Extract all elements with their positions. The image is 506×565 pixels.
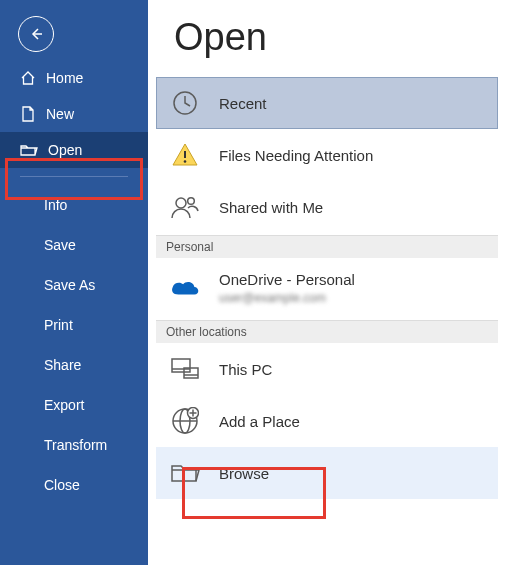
location-this-pc-label: This PC [219, 361, 272, 378]
nav-info[interactable]: Info [0, 185, 148, 225]
svg-rect-6 [172, 359, 190, 372]
location-this-pc[interactable]: This PC [156, 343, 498, 395]
new-doc-icon [20, 106, 36, 122]
nav-transform-label: Transform [44, 437, 107, 453]
location-shared-with-me-label: Shared with Me [219, 199, 323, 216]
nav-save[interactable]: Save [0, 225, 148, 265]
onedrive-icon [169, 272, 201, 304]
nav-print-label: Print [44, 317, 73, 333]
svg-point-3 [184, 160, 187, 163]
location-onedrive-label: OneDrive - Personal [219, 271, 355, 289]
location-browse-label: Browse [219, 465, 269, 482]
location-browse[interactable]: Browse [156, 447, 498, 499]
add-place-icon [169, 405, 201, 437]
people-icon [169, 191, 201, 223]
warning-icon [169, 139, 201, 171]
location-onedrive-personal[interactable]: OneDrive - Personal user@example.com [156, 258, 498, 318]
nav-transform[interactable]: Transform [0, 425, 148, 465]
nav-share-label: Share [44, 357, 81, 373]
nav-save-as[interactable]: Save As [0, 265, 148, 305]
location-shared-with-me[interactable]: Shared with Me [156, 181, 498, 233]
nav-close[interactable]: Close [0, 465, 148, 505]
section-other-locations: Other locations [156, 320, 498, 343]
nav-open-label: Open [48, 142, 82, 158]
nav-export[interactable]: Export [0, 385, 148, 425]
clock-icon [169, 87, 201, 119]
home-icon [20, 70, 36, 86]
nav-open[interactable]: Open [0, 132, 148, 168]
nav-divider [20, 176, 128, 177]
pc-icon [169, 353, 201, 385]
nav-export-label: Export [44, 397, 84, 413]
nav-new[interactable]: New [0, 96, 148, 132]
nav-info-label: Info [44, 197, 67, 213]
location-recent-label: Recent [219, 95, 267, 112]
nav-close-label: Close [44, 477, 80, 493]
backstage-view: Home New Open Info Save Save As Print Sh… [0, 0, 506, 565]
nav-print[interactable]: Print [0, 305, 148, 345]
nav-share[interactable]: Share [0, 345, 148, 385]
sidebar: Home New Open Info Save Save As Print Sh… [0, 0, 148, 565]
nav-save-label: Save [44, 237, 76, 253]
location-add-a-place[interactable]: Add a Place [156, 395, 498, 447]
nav-home-label: Home [46, 70, 83, 86]
location-onedrive-sub: user@example.com [219, 291, 355, 305]
nav-save-as-label: Save As [44, 277, 95, 293]
location-add-a-place-label: Add a Place [219, 413, 300, 430]
location-recent[interactable]: Recent [156, 77, 498, 129]
location-files-needing-attention[interactable]: Files Needing Attention [156, 129, 498, 181]
open-panel: Open Recent Files Needing Attention [148, 0, 506, 565]
back-arrow-icon [28, 26, 44, 42]
svg-point-5 [188, 198, 195, 205]
folder-open-icon [20, 142, 38, 158]
svg-point-4 [176, 198, 186, 208]
back-button[interactable] [18, 16, 54, 52]
nav-home[interactable]: Home [0, 60, 148, 96]
page-title: Open [174, 16, 498, 59]
nav-new-label: New [46, 106, 74, 122]
folder-icon [169, 457, 201, 489]
location-files-needing-attention-label: Files Needing Attention [219, 147, 373, 164]
section-personal: Personal [156, 235, 498, 258]
